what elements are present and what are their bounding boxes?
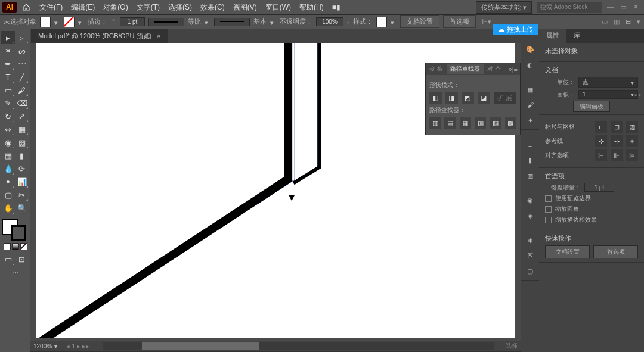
stroke-swatch[interactable] (64, 17, 75, 27)
draw-mode-icon[interactable]: ⊡ (15, 253, 29, 266)
selection-tool[interactable]: ▸ (1, 31, 15, 44)
opt-icon-2[interactable]: ▥ (614, 18, 620, 26)
artboard-nav[interactable]: ◂ ▸ (634, 92, 642, 98)
close-icon[interactable]: ✕ (633, 3, 642, 11)
tab-pathfinder[interactable]: 路径查找器 (447, 64, 484, 74)
perspective-tool[interactable]: ▨ (15, 136, 29, 149)
graph-tool[interactable]: 📊 (15, 175, 29, 188)
tab-libraries[interactable]: 库 (566, 29, 587, 43)
width-tool[interactable]: ⇔ (1, 123, 15, 136)
menu-arrange[interactable]: ■▮ (329, 1, 344, 13)
gradient-panel-icon[interactable]: ▮ (525, 155, 535, 166)
crop-icon[interactable]: ▧ (475, 117, 486, 129)
edit-toolbar-icon[interactable]: ⋯ (1, 269, 29, 277)
ruler-icon[interactable]: ⊏ (595, 121, 607, 133)
shaper-tool[interactable]: ✎ (1, 96, 15, 110)
divide-icon[interactable]: ▥ (429, 117, 441, 129)
unit-select[interactable]: 点▾ (578, 77, 638, 88)
blend-tool[interactable]: ⟳ (15, 162, 29, 175)
chk-preview-bounds[interactable] (545, 195, 552, 202)
stroke-panel-icon[interactable]: ≡ (525, 139, 535, 150)
pathfinder-panel[interactable]: 变 换 路径查找器 对 齐 »|≡ 形状模式： ◧ ◨ ◩ ◪ 扩 展 路径查找… (425, 63, 521, 135)
gradient-mode-icon[interactable] (12, 243, 19, 250)
lasso-tool[interactable]: ᔕ (15, 44, 29, 57)
transparency-icon[interactable]: ▨ (525, 170, 535, 181)
stroke-weight-input[interactable] (120, 17, 145, 26)
upload-button[interactable]: ☁拖拽上传 (493, 24, 538, 35)
keyboard-increment-input[interactable] (584, 183, 614, 192)
hscrollbar[interactable] (103, 342, 494, 350)
color-panel-icon[interactable]: 🎨 (525, 44, 535, 55)
brush-tool[interactable]: 🖌 (15, 83, 29, 96)
type-tool[interactable]: T (1, 70, 15, 83)
outline-icon[interactable]: ▨ (490, 117, 501, 129)
artboard-tool[interactable]: ▢ (1, 188, 15, 201)
panel-menu-icon[interactable]: »|≡ (506, 66, 520, 73)
minimize-icon[interactable]: — (607, 3, 615, 11)
trim-icon[interactable]: ▤ (444, 117, 456, 129)
free-transform-tool[interactable]: ▦ (15, 123, 29, 136)
smart-guides-icon[interactable]: ⊹ (611, 135, 623, 147)
zoom-select[interactable]: 1200%▾ (30, 342, 61, 350)
exclude-icon[interactable]: ◪ (478, 92, 490, 104)
document-tab[interactable]: Model.pdf* @ 1200% (RGB/GPU 预览) ✕ (31, 29, 168, 43)
slice-tool[interactable]: ✂ (15, 188, 29, 201)
zoom-tool[interactable]: 🔍 (15, 201, 29, 214)
align-pixel-icon[interactable]: ⊩ (595, 149, 607, 161)
artboard-select[interactable]: 1▾ (578, 90, 638, 99)
opt-icon-4[interactable]: ▾ (637, 18, 640, 26)
quick-doc-setup[interactable]: 文档设置 (545, 245, 590, 258)
transparency-grid-icon[interactable]: ▨ (626, 121, 638, 133)
opacity-input[interactable] (316, 17, 343, 26)
menu-select[interactable]: 选择(S) (165, 1, 196, 14)
minus-back-icon[interactable]: ▩ (505, 117, 516, 129)
color-mode-icon[interactable] (4, 243, 11, 250)
menu-type[interactable]: 文字(T) (133, 1, 163, 14)
opt-icon-1[interactable]: ▭ (602, 18, 608, 26)
menu-help[interactable]: 帮助(H) (296, 1, 327, 14)
none-mode-icon[interactable] (20, 243, 27, 250)
color-guide-icon[interactable]: ◐ (525, 60, 535, 70)
rectangle-tool[interactable]: ▭ (1, 83, 15, 96)
menu-file[interactable]: 文件(F) (36, 1, 66, 14)
eyedropper-tool[interactable]: 💧 (1, 162, 15, 175)
doc-setup-button[interactable]: 文档设置 (400, 15, 439, 28)
symbol-sprayer-tool[interactable]: ✦ (1, 175, 15, 188)
eraser-tool[interactable]: ⌫ (15, 96, 29, 110)
mesh-tool[interactable]: ▦ (1, 149, 15, 162)
search-input[interactable]: 搜索 Adobe Stock (537, 2, 602, 13)
fill-stroke-control[interactable] (1, 218, 27, 242)
align-point-icon[interactable]: ⊪ (611, 149, 623, 161)
unite-icon[interactable]: ◧ (429, 92, 442, 104)
fill-swatch[interactable] (40, 17, 51, 27)
tab-transform[interactable]: 变 换 (426, 64, 447, 74)
menu-window[interactable]: 窗口(W) (262, 1, 295, 14)
expand-button[interactable]: 扩 展 (494, 92, 516, 104)
tab-properties[interactable]: 属性 (539, 29, 566, 43)
chk-scale-strokes[interactable] (545, 217, 552, 223)
menu-view[interactable]: 视图(V) (230, 1, 261, 14)
menu-edit[interactable]: 编辑(E) (67, 1, 98, 14)
home-icon[interactable] (21, 2, 31, 12)
swatches-icon[interactable]: ▦ (525, 84, 535, 95)
menu-object[interactable]: 对象(O) (100, 1, 131, 14)
brushes-icon[interactable]: 🖌 (525, 99, 535, 110)
shape-builder-tool[interactable]: ◉ (1, 136, 15, 149)
quick-prefs[interactable]: 首选项 (593, 245, 638, 258)
scale-tool[interactable]: ⤢ (15, 110, 29, 123)
opt-icon-3[interactable]: ⊞ (626, 18, 631, 26)
graphic-styles-icon[interactable]: ◈ (525, 210, 535, 221)
restore-icon[interactable]: ▭ (620, 3, 628, 11)
curvature-tool[interactable]: 〰 (15, 57, 29, 70)
merge-icon[interactable]: ▦ (460, 117, 471, 129)
line-tool[interactable]: ╱ (15, 70, 29, 83)
prefs-button[interactable]: 首选项 (443, 15, 476, 28)
tab-align[interactable]: 对 齐 (484, 64, 504, 74)
symbols-icon[interactable]: ✦ (525, 115, 535, 126)
screen-mode-icon[interactable]: ▭ (1, 253, 15, 266)
chk-scale-corners[interactable] (545, 206, 552, 213)
minus-front-icon[interactable]: ◨ (445, 92, 458, 104)
menu-effect[interactable]: 效果(C) (197, 1, 228, 14)
pen-tool[interactable]: ✒ (1, 57, 15, 70)
edit-artboard-button[interactable]: 编辑画板 (573, 101, 610, 112)
